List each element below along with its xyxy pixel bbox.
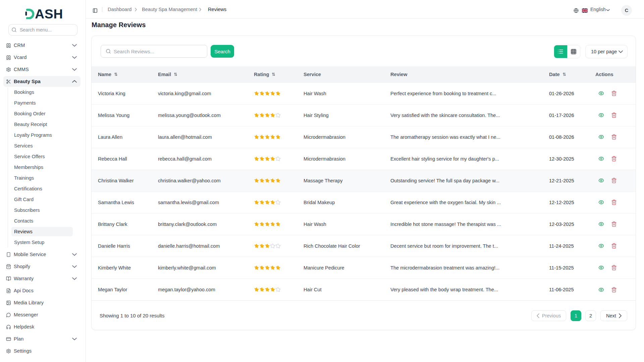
svg-text:ASH: ASH: [35, 8, 62, 19]
